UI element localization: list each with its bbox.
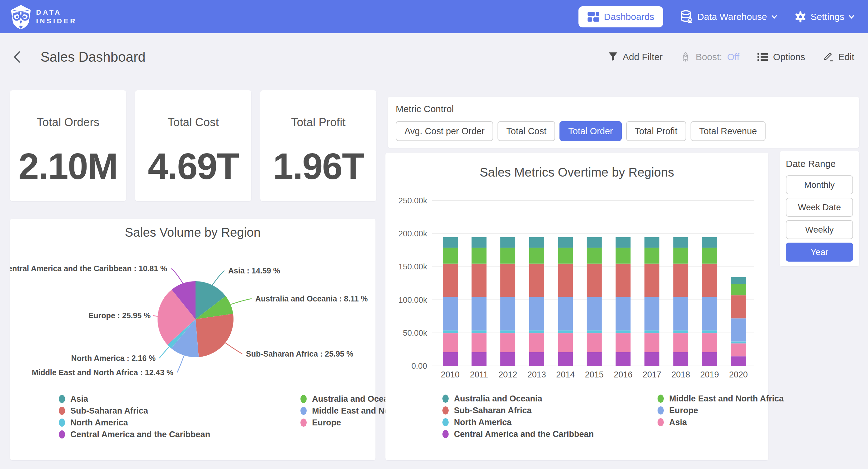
pie-label-line	[225, 343, 242, 354]
x-axis-tick: 2015	[585, 370, 604, 379]
legend-item[interactable]: Asia	[59, 393, 210, 405]
date-range-year[interactable]: Year	[786, 243, 853, 262]
bar-segment	[587, 333, 602, 352]
legend-item[interactable]: Middle East and North Africa	[657, 393, 784, 405]
bar-chart: 0.0050.00k100.00k150.00k200.00k250.00k20…	[385, 153, 768, 385]
nav-settings[interactable]: Settings	[795, 11, 854, 23]
bar-segment	[472, 333, 487, 352]
edit-pencil-icon	[823, 52, 833, 62]
y-axis-tick: 0.00	[411, 361, 427, 371]
date-range-monthly[interactable]: Monthly	[786, 175, 853, 194]
bar-segment	[731, 284, 746, 296]
bar-chart-legend: Australia and OceaniaSub-Saharan AfricaN…	[442, 393, 784, 440]
legend-item[interactable]: Australia and Oceania	[442, 393, 594, 405]
bar-segment	[616, 352, 630, 366]
pie-slice-label: North America : 2.16 %	[71, 354, 156, 362]
bar-segment	[645, 297, 659, 330]
sales-dashboard-screen: DATA INSIDER Dashboards	[0, 0, 868, 469]
bar-segment	[616, 297, 630, 330]
legend-item[interactable]: Asia	[657, 416, 784, 428]
nav-data-warehouse[interactable]: Data Warehouse	[681, 10, 777, 23]
bar-segment	[674, 264, 688, 297]
legend-dot	[442, 430, 448, 438]
bar-segment	[587, 330, 602, 333]
legend-item[interactable]: Sub-Saharan Africa	[59, 405, 210, 417]
legend-label: Sub-Saharan Africa	[70, 406, 148, 416]
bar-segment	[731, 356, 746, 366]
pie-label-line	[177, 355, 184, 373]
metric-button-total-revenue[interactable]: Total Revenue	[690, 121, 766, 141]
bar-segment	[702, 237, 717, 248]
metric-button-total-profit[interactable]: Total Profit	[626, 121, 686, 141]
metric-button-avg-cost-per-order[interactable]: Avg. Cost per Order	[396, 121, 493, 141]
legend-item[interactable]: Europe	[657, 405, 784, 416]
bar-segment	[558, 297, 573, 330]
legend-label: Central America and the Caribbean	[70, 430, 210, 439]
bar-segment	[645, 264, 659, 297]
gear-icon	[795, 11, 806, 23]
app-logo[interactable]: DATA INSIDER	[10, 4, 77, 29]
nav-settings-label: Settings	[811, 11, 844, 22]
legend-column: Middle East and North AfricaEuropeAsia	[657, 393, 784, 440]
bar-segment	[500, 330, 515, 333]
options-button[interactable]: Options	[757, 52, 805, 62]
legend-item[interactable]: Central America and the Caribbean	[442, 428, 594, 440]
bar-segment	[587, 247, 602, 263]
pie-chart-card: Sales Volume by Region Asia : 14.59 %Aus…	[10, 218, 375, 460]
date-range-panel: Date Range Monthly Week Date Weekly Year	[780, 151, 859, 266]
pie-slice-label: Central America and the Caribbean : 10.8…	[10, 264, 167, 273]
edit-label: Edit	[838, 52, 854, 62]
bar-segment	[616, 333, 630, 352]
legend-item[interactable]: Sub-Saharan Africa	[442, 405, 594, 416]
nav-dashboards[interactable]: Dashboards	[579, 6, 663, 27]
legend-label: Australia and Oceania	[454, 394, 542, 404]
add-filter-button[interactable]: Add Filter	[608, 52, 662, 62]
bar-segment	[472, 352, 487, 366]
chevron-down-icon	[849, 15, 854, 19]
bar-segment	[702, 330, 717, 333]
x-axis-tick: 2012	[498, 370, 517, 379]
pie-label-line	[230, 299, 252, 304]
legend-dot	[59, 395, 65, 403]
pie-label-line	[212, 271, 224, 285]
metric-button-total-order[interactable]: Total Order	[559, 121, 621, 141]
pie-label-line	[171, 268, 183, 284]
pie-chart-legend: AsiaSub-Saharan AfricaNorth AmericaCentr…	[59, 393, 427, 440]
pie-slice	[195, 314, 234, 357]
bar-segment	[731, 295, 746, 318]
kpi-label: Total Cost	[135, 116, 251, 129]
bar-segment	[472, 247, 487, 263]
date-range-weekly[interactable]: Weekly	[786, 220, 853, 239]
x-axis-tick: 2018	[672, 370, 690, 379]
x-axis-tick: 2014	[556, 370, 575, 379]
pie-chart: Asia : 14.59 %Australia and Oceania : 8.…	[10, 218, 375, 388]
boost-toggle[interactable]: Boost: Off	[681, 51, 739, 63]
bar-segment	[558, 264, 573, 297]
chevron-left-icon	[12, 51, 22, 63]
bar-segment	[674, 297, 688, 330]
back-button[interactable]	[12, 51, 22, 63]
kpi-label: Total Orders	[10, 116, 126, 129]
legend-label: Central America and the Caribbean	[454, 430, 594, 439]
legend-label: Middle East and North Africa	[669, 394, 784, 404]
bar-segment	[587, 297, 602, 330]
kpi-value: 4.69T	[135, 145, 251, 187]
bar-segment	[558, 237, 573, 248]
bar-segment	[472, 264, 487, 297]
bar-segment	[558, 247, 573, 263]
legend-item[interactable]: Central America and the Caribbean	[59, 429, 210, 440]
date-range-week-date[interactable]: Week Date	[786, 198, 853, 217]
metric-button-total-cost[interactable]: Total Cost	[497, 121, 555, 141]
bar-segment	[443, 333, 458, 352]
bar-segment	[645, 333, 659, 352]
bar-segment	[443, 297, 458, 330]
metric-control-buttons: Avg. Cost per Order Total Cost Total Ord…	[396, 121, 851, 141]
edit-button[interactable]: Edit	[823, 52, 854, 62]
bar-segment	[702, 247, 717, 263]
chevron-down-icon	[772, 15, 777, 19]
legend-item[interactable]: North America	[442, 416, 594, 428]
bar-segment	[702, 333, 717, 352]
bar-segment	[472, 297, 487, 330]
legend-item[interactable]: North America	[59, 417, 210, 429]
bar-segment	[500, 333, 515, 352]
